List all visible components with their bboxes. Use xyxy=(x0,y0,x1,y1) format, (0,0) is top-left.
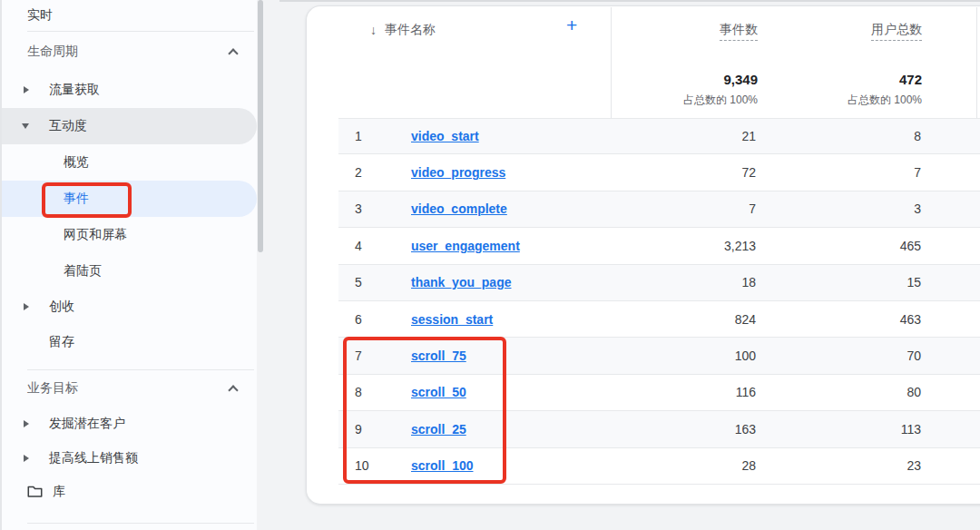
event-count-value: 28 xyxy=(741,458,756,473)
event-count-value: 3,213 xyxy=(724,239,756,253)
event-name-link[interactable]: scroll_100 xyxy=(411,458,474,473)
sidebar-item-monetization[interactable]: 创收 xyxy=(2,290,257,324)
users-total-summary: 472 占总数的 100% xyxy=(848,72,922,108)
sidebar-item-label: 流量获取 xyxy=(49,82,100,98)
event-name-link[interactable]: video_start xyxy=(411,129,479,143)
sidebar-item-engagement[interactable]: 互动度 xyxy=(2,108,257,144)
sidebar-nav: 实时 生命周期 流量获取 互动度 概览 事件 网页和屏幕 着陆页 创收 留存 业… xyxy=(0,0,257,530)
user-count-value: 465 xyxy=(900,239,921,253)
sidebar-section-business-objectives[interactable]: 业务目标 xyxy=(2,370,257,407)
user-count-value: 70 xyxy=(906,348,921,363)
arrow-right-icon xyxy=(24,420,29,427)
sidebar-item-label: 网页和屏幕 xyxy=(64,227,127,243)
sidebar-item-acquisition[interactable]: 流量获取 xyxy=(2,72,257,108)
column-header-event-count[interactable]: 事件数 xyxy=(720,22,758,38)
user-count-value: 7 xyxy=(914,165,921,180)
sidebar-item-generate-leads[interactable]: 发掘潜在客户 xyxy=(2,407,257,441)
arrow-right-icon xyxy=(24,86,29,93)
column-header-label: 事件数 xyxy=(720,22,758,41)
sidebar-item-label: 实时 xyxy=(27,7,53,24)
sidebar-item-realtime[interactable]: 实时 xyxy=(2,0,257,31)
sidebar-item-label: 提高线上销售额 xyxy=(49,450,138,466)
event-name-link[interactable]: video_progress xyxy=(411,165,505,180)
row-rank: 8 xyxy=(355,385,362,399)
events-total-share: 占总数的 100% xyxy=(683,93,758,108)
table-row: 8 scroll_50 116 80 xyxy=(338,375,980,411)
event-count-value: 18 xyxy=(741,275,756,290)
user-count-value: 80 xyxy=(906,385,921,399)
folder-icon xyxy=(27,485,43,498)
sidebar-item-retention[interactable]: 留存 xyxy=(2,324,257,360)
event-count-value: 72 xyxy=(741,165,756,180)
events-table-card: ↓ 事件名称 + 事件数 用户总数 9,349 占总数的 100% 472 占总… xyxy=(306,5,980,505)
table-row: 3 video_complete 7 3 xyxy=(338,191,980,228)
sidebar-item-landing-page[interactable]: 着陆页 xyxy=(2,253,257,290)
table-row: 4 user_engagement 3,213 465 xyxy=(338,228,980,264)
row-rank: 6 xyxy=(355,312,362,327)
table-body: 1 video_start 21 8 2 video_progress 72 7… xyxy=(338,118,980,485)
sidebar-item-label: 互动度 xyxy=(49,118,87,134)
table-row: 1 video_start 21 8 xyxy=(338,118,980,154)
event-count-value: 21 xyxy=(741,129,756,143)
event-count-value: 7 xyxy=(749,201,756,216)
event-name-link[interactable]: thank_you_page xyxy=(411,275,511,290)
sidebar-item-pages-screens[interactable]: 网页和屏幕 xyxy=(2,217,257,253)
arrow-right-icon xyxy=(24,303,29,310)
event-count-value: 100 xyxy=(735,348,756,363)
event-name-link[interactable]: session_start xyxy=(411,312,493,327)
events-total-value: 9,349 xyxy=(683,72,758,87)
arrow-down-icon xyxy=(22,123,29,129)
user-count-value: 15 xyxy=(906,275,921,290)
sidebar-item-drive-online-sales[interactable]: 提高线上销售额 xyxy=(2,441,257,476)
row-rank: 5 xyxy=(355,275,362,290)
report-main-area: ↓ 事件名称 + 事件数 用户总数 9,349 占总数的 100% 472 占总… xyxy=(263,0,980,530)
chevron-up-icon xyxy=(228,48,238,58)
table-row: 9 scroll_25 163 113 xyxy=(338,411,980,447)
row-rank: 7 xyxy=(355,348,362,363)
user-count-value: 3 xyxy=(914,201,921,216)
event-count-value: 116 xyxy=(736,385,756,399)
sidebar-section-label: 业务目标 xyxy=(27,380,78,397)
user-count-value: 463 xyxy=(900,312,921,327)
add-dimension-button[interactable]: + xyxy=(566,15,577,34)
event-name-link[interactable]: scroll_25 xyxy=(411,422,466,437)
sidebar-item-events[interactable]: 事件 xyxy=(2,181,257,217)
user-count-value: 8 xyxy=(914,129,921,143)
column-header-event-name[interactable]: ↓ 事件名称 xyxy=(370,22,436,38)
users-total-value: 472 xyxy=(848,72,922,87)
sidebar-divider xyxy=(27,523,254,524)
sidebar-section-lifecycle[interactable]: 生命周期 xyxy=(2,32,257,72)
sidebar-item-label: 事件 xyxy=(64,191,89,207)
table-row: 7 scroll_75 100 70 xyxy=(338,338,980,374)
column-header-label: 事件名称 xyxy=(385,22,436,38)
event-count-value: 824 xyxy=(735,312,756,327)
sort-descending-icon: ↓ xyxy=(370,23,377,37)
column-header-total-users[interactable]: 用户总数 xyxy=(871,22,922,38)
row-rank: 10 xyxy=(355,458,369,473)
event-name-link[interactable]: video_complete xyxy=(411,201,507,216)
row-rank: 2 xyxy=(355,165,362,180)
table-row: 10 scroll_100 28 23 xyxy=(338,448,980,485)
event-name-link[interactable]: scroll_50 xyxy=(411,385,466,399)
sidebar-item-label: 留存 xyxy=(49,334,74,350)
row-rank: 9 xyxy=(355,422,362,437)
sidebar-item-label: 发掘潜在客户 xyxy=(49,416,125,432)
sidebar-item-label: 库 xyxy=(53,484,65,500)
event-name-link[interactable]: scroll_75 xyxy=(411,348,466,363)
sidebar-item-label: 概览 xyxy=(64,154,89,171)
event-count-value: 163 xyxy=(735,422,756,437)
sidebar-item-label: 着陆页 xyxy=(64,263,102,280)
row-rank: 4 xyxy=(355,239,362,253)
sidebar-item-overview[interactable]: 概览 xyxy=(2,144,257,181)
events-total-summary: 9,349 占总数的 100% xyxy=(683,72,758,108)
user-count-value: 23 xyxy=(906,458,921,473)
users-total-share: 占总数的 100% xyxy=(848,93,922,108)
sidebar-item-library[interactable]: 库 xyxy=(2,476,257,508)
arrow-right-icon xyxy=(24,455,29,462)
event-name-link[interactable]: user_engagement xyxy=(411,239,520,253)
row-rank: 3 xyxy=(355,201,362,216)
sidebar-section-label: 生命周期 xyxy=(27,44,78,60)
table-row: 5 thank_you_page 18 15 xyxy=(338,265,980,301)
column-header-label: 用户总数 xyxy=(871,22,922,41)
chevron-up-icon xyxy=(228,385,238,395)
